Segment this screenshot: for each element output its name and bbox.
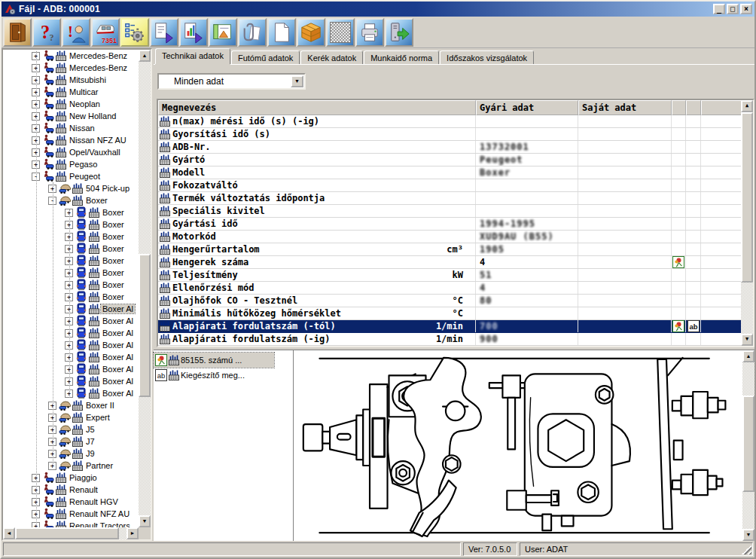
tree-item-opel-vauxhall[interactable]: +Opel/Vauxhall bbox=[3, 146, 139, 158]
scroll-thumb[interactable] bbox=[15, 527, 119, 539]
tab-munkaid-norma[interactable]: Munkaidő norma bbox=[364, 50, 439, 64]
ab-icon[interactable]: ab bbox=[687, 320, 700, 332]
close-button[interactable]: × bbox=[740, 4, 752, 14]
flower-icon[interactable] bbox=[672, 320, 684, 332]
attachment-item-kieg-sz-t-meg[interactable]: abKiegészítő meg... bbox=[154, 368, 293, 383]
table-row[interactable]: MotorkódXUD9AU (B55) bbox=[158, 231, 741, 243]
tree-item-mercedes-benz[interactable]: +Mercedes-Benz bbox=[3, 62, 139, 74]
scroll-down-button[interactable]: ▼ bbox=[742, 529, 754, 541]
maximize-button[interactable]: □ bbox=[727, 4, 739, 14]
tree-item-boxer-al[interactable]: +Boxer Al bbox=[3, 339, 139, 351]
tree-item-mercedes-benz[interactable]: +Mercedes-Benz bbox=[3, 50, 139, 62]
tree-item-boxer[interactable]: +Boxer bbox=[3, 206, 139, 218]
tree-item-expert[interactable]: +Expert bbox=[3, 411, 139, 423]
toolbar-image-chart-button[interactable] bbox=[209, 18, 237, 47]
resize-grip[interactable] bbox=[742, 545, 751, 554]
own-value-cell[interactable] bbox=[578, 192, 672, 204]
tab-id-szakos-vizsg-latok[interactable]: Időszakos vizsgálatok bbox=[440, 50, 534, 64]
scroll-track[interactable] bbox=[742, 362, 754, 529]
tree-item-renault-nfz-au[interactable]: +Renault NFZ AU bbox=[3, 508, 139, 520]
scroll-up-button[interactable]: ▲ bbox=[742, 350, 754, 362]
table-row[interactable]: Alapjárati fordulatszám (-ig)1/min900 bbox=[158, 333, 741, 346]
tab-ker-k-adatok[interactable]: Kerék adatok bbox=[300, 50, 363, 64]
tree-item-j5[interactable]: +J5 bbox=[3, 423, 139, 435]
tree-item-boxer-al[interactable]: +Boxer Al bbox=[3, 315, 139, 327]
toolbar-export-pc-button[interactable] bbox=[385, 18, 413, 47]
toolbar-exit-door-button[interactable] bbox=[3, 18, 32, 47]
toolbar-attachment-button[interactable] bbox=[238, 18, 267, 47]
scroll-track[interactable] bbox=[741, 112, 753, 334]
own-value-cell[interactable] bbox=[578, 218, 672, 230]
tree-item-partner[interactable]: +Partner bbox=[3, 460, 139, 472]
tree-item-piaggio[interactable]: +Piaggio bbox=[3, 472, 139, 484]
own-value-cell[interactable] bbox=[578, 179, 672, 191]
tab-fut-m-adatok[interactable]: Futómű adatok bbox=[231, 50, 300, 64]
table-row[interactable]: Gyártási idő1994-1995 bbox=[158, 218, 741, 231]
toolbar-print-button[interactable] bbox=[355, 18, 384, 47]
table-row[interactable]: Termék változtatás időpontja bbox=[158, 192, 741, 205]
tree-item-peugeot[interactable]: -Peugeot bbox=[3, 170, 139, 182]
tree-item-boxer[interactable]: -Boxer bbox=[3, 194, 139, 206]
own-value-cell[interactable] bbox=[578, 231, 672, 243]
tree-item-boxer[interactable]: +Boxer bbox=[3, 218, 139, 231]
column-header-own[interactable]: Saját adat bbox=[578, 100, 672, 115]
own-value-cell[interactable] bbox=[578, 256, 672, 268]
tab-technikai-adatok[interactable]: Technikai adatok bbox=[155, 48, 230, 64]
minimize-button[interactable]: _ bbox=[713, 4, 725, 14]
table-row[interactable]: Alapjárati fordulatszám (-tól)1/min700ab bbox=[158, 320, 741, 333]
table-row[interactable]: ADB-Nr.13732001 bbox=[158, 141, 741, 154]
toolbar-new-document-button[interactable] bbox=[267, 18, 296, 47]
scroll-right-button[interactable]: ► bbox=[127, 527, 139, 539]
flower-icon[interactable] bbox=[672, 256, 684, 268]
data-filter-select[interactable]: Minden adat ▼ bbox=[157, 73, 306, 90]
table-row[interactable]: ModellBoxer bbox=[158, 166, 741, 179]
own-value-cell[interactable] bbox=[578, 115, 672, 127]
toolbar-chart-doc-next-button[interactable] bbox=[179, 18, 208, 47]
scroll-down-button[interactable]: ▼ bbox=[139, 515, 151, 527]
own-value-cell[interactable] bbox=[578, 295, 672, 307]
own-value-cell[interactable] bbox=[578, 320, 672, 332]
tree-item-boxer-al[interactable]: +Boxer Al bbox=[3, 375, 139, 387]
tree-item-boxer[interactable]: +Boxer bbox=[3, 243, 139, 255]
tree-item-boxer-al[interactable]: +Boxer Al bbox=[3, 327, 139, 339]
table-row[interactable]: Ellenőrzési mód4 bbox=[158, 282, 741, 295]
table-row[interactable]: TeljesítménykW51 bbox=[158, 269, 741, 282]
table-row[interactable]: Speciális kivitel bbox=[158, 205, 741, 218]
table-row[interactable]: Gyorsítási idő (s) bbox=[158, 128, 741, 141]
scroll-up-button[interactable]: ▲ bbox=[139, 50, 151, 62]
tree-item-nissan-nfz-au[interactable]: +Nissan NFZ AU bbox=[3, 134, 139, 146]
own-value-cell[interactable] bbox=[578, 166, 672, 179]
tree-item-renault[interactable]: +Renault bbox=[3, 484, 139, 496]
diagram-vertical-scrollbar[interactable]: ▲▼ bbox=[742, 350, 754, 541]
tree-item-mitsubishi[interactable]: +Mitsubishi bbox=[3, 74, 139, 86]
tree-item-boxer[interactable]: +Boxer bbox=[3, 231, 139, 243]
column-header-extra1[interactable] bbox=[672, 100, 686, 115]
own-value-cell[interactable] bbox=[578, 333, 672, 345]
own-value-cell[interactable] bbox=[578, 307, 672, 319]
tree-item-neoplan[interactable]: +Neoplan bbox=[3, 98, 139, 110]
tree-item-new-holland[interactable]: +New Holland bbox=[3, 110, 139, 122]
scroll-thumb[interactable] bbox=[139, 254, 151, 397]
chevron-down-icon[interactable]: ▼ bbox=[291, 75, 303, 87]
own-value-cell[interactable] bbox=[578, 205, 672, 217]
table-row[interactable]: GyártóPeugeot bbox=[158, 154, 741, 166]
toolbar-package-cube-button[interactable] bbox=[297, 18, 325, 47]
tree-item-renault-tractors[interactable]: +Renault Tractors bbox=[3, 520, 139, 527]
toolbar-settings-list-button[interactable] bbox=[120, 18, 149, 47]
scroll-track[interactable] bbox=[139, 62, 151, 515]
toolbar-user-info-button[interactable]: ! bbox=[62, 18, 90, 47]
table-row[interactable]: Minimális hűtőközeg hőmérséklet°C bbox=[158, 307, 741, 320]
table-vertical-scrollbar[interactable]: ▲▼ bbox=[741, 100, 753, 346]
tree-item-renault-hgv[interactable]: +Renault HGV bbox=[3, 496, 139, 508]
tree-item-boxer-ii[interactable]: +Boxer II bbox=[3, 399, 139, 411]
tree-horizontal-scrollbar[interactable]: ◄► bbox=[3, 527, 139, 539]
tree-item-pegaso[interactable]: +Pegaso bbox=[3, 158, 139, 170]
column-header-extra2[interactable] bbox=[686, 100, 701, 115]
column-header-factory[interactable]: Gyári adat bbox=[476, 100, 578, 115]
scroll-thumb[interactable] bbox=[741, 112, 753, 283]
own-value-cell[interactable] bbox=[578, 128, 672, 140]
own-value-cell[interactable] bbox=[578, 269, 672, 281]
own-value-cell[interactable] bbox=[578, 154, 672, 166]
toolbar-report-next-button[interactable] bbox=[150, 18, 178, 47]
tree-item-boxer[interactable]: +Boxer bbox=[3, 267, 139, 279]
